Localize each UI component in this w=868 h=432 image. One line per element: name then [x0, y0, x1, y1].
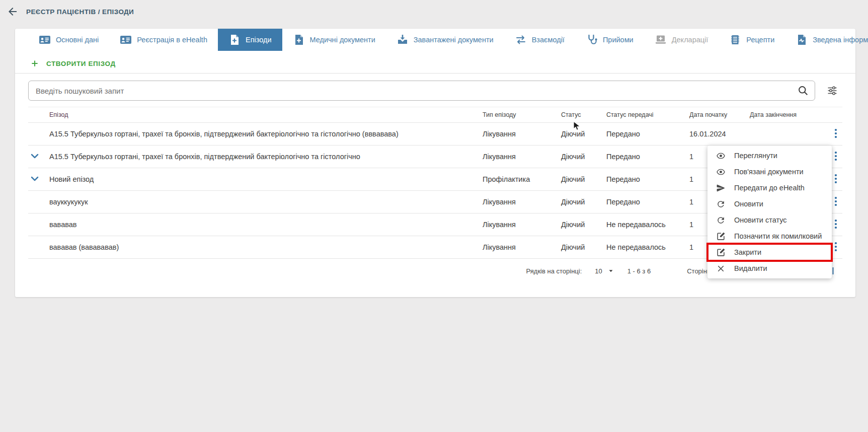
column-header-2[interactable]: Статус [561, 111, 606, 118]
search-input[interactable] [28, 81, 815, 101]
tab-7[interactable]: Декларації [644, 29, 719, 51]
context-menu-item-0[interactable]: Переглянути [707, 148, 832, 164]
tab-6[interactable]: Прийоми [575, 29, 644, 51]
episode-cell: вауккукукук [49, 198, 483, 206]
tab-0[interactable]: Основні дані [28, 29, 109, 51]
menu-item-label: Переглянути [734, 152, 777, 160]
context-menu-item-3[interactable]: Оновити [707, 196, 832, 212]
tab-3[interactable]: Медичні документи [282, 29, 386, 51]
context-menu-item-1[interactable]: Пов'язані документи [707, 164, 832, 180]
edit-icon [716, 232, 726, 241]
breadcrumb: РЕЄСТР ПАЦІЄНТІВ / ЕПІЗОДИ [26, 8, 134, 16]
status-cell: Діючий [561, 130, 606, 138]
id-card-icon [120, 34, 132, 46]
stethoscope-icon [586, 34, 598, 46]
column-header-1[interactable]: Тип епізоду [483, 111, 561, 118]
context-menu-item-4[interactable]: Оновити статус [707, 212, 832, 228]
column-header-5[interactable]: Дата закінчення [750, 111, 824, 118]
menu-item-label: Оновити статус [734, 216, 787, 224]
tab-5[interactable]: Взаємодії [504, 29, 575, 51]
create-episode-button[interactable]: СТВОРИТИ ЕПІЗОД [30, 59, 116, 68]
column-header-3[interactable]: Статус передачі [606, 111, 689, 118]
table-row: A15.5 Туберкульоз гортані, трахеї та бро… [28, 123, 842, 146]
create-episode-label: СТВОРИТИ ЕПІЗОД [46, 60, 116, 67]
document-pulse-icon [796, 34, 808, 46]
column-header-4[interactable]: Дата початку [689, 111, 750, 118]
eye-icon [716, 167, 726, 177]
episode-cell: A15.5 Туберкульоз гортані, трахеї та бро… [49, 130, 483, 138]
episode-cell: вававав [49, 221, 483, 229]
menu-item-label: Пов'язані документи [734, 168, 804, 176]
transfer-status-cell: Передано [606, 198, 689, 206]
transfer-status-cell: Передано [606, 130, 689, 138]
episode-type-cell: Лікування [483, 221, 561, 229]
tab-label: Взаємодії [532, 36, 565, 44]
status-cell: Діючий [561, 175, 606, 183]
search-row [28, 81, 842, 101]
breadcrumb-bar: РЕЄСТР ПАЦІЄНТІВ / ЕПІЗОДИ [6, 4, 134, 19]
transfer-status-cell: Не передавалось [606, 221, 689, 229]
column-header-0[interactable]: Епізод [49, 111, 483, 118]
tab-label: Епізоди [246, 36, 272, 44]
context-menu-item-7[interactable]: Видалити [707, 260, 832, 276]
refresh-icon [716, 215, 726, 225]
rows-per-page-label: Рядків на сторінці: [526, 267, 582, 275]
tab-label: Рецепти [746, 36, 774, 44]
range-label: 1 - 6 з 6 [627, 267, 651, 275]
expand-row-button[interactable] [28, 173, 41, 186]
refresh-icon [716, 199, 726, 209]
transfer-status-cell: Передано [606, 175, 689, 183]
tab-1[interactable]: Реєстрація в eHealth [109, 29, 218, 51]
rows-per-page-select[interactable]: 10 [595, 267, 614, 275]
context-menu-item-6[interactable]: Закрити [707, 244, 832, 260]
expand-row-button[interactable] [28, 150, 41, 163]
episode-type-cell: Профілактика [483, 175, 561, 183]
tab-label: Декларації [672, 36, 708, 44]
divider [15, 73, 855, 74]
tab-label: Зведена інформація [813, 36, 868, 44]
transfer-status-cell: Передано [606, 153, 689, 161]
status-cell: Діючий [561, 221, 606, 229]
transfer-arrows-icon [515, 34, 527, 46]
tab-label: Реєстрація в eHealth [137, 36, 207, 44]
episode-type-cell: Лікування [483, 153, 561, 161]
context-menu-item-5[interactable]: Позначити як помилковий [707, 228, 832, 244]
back-button[interactable] [6, 5, 19, 18]
document-plus-icon [228, 34, 241, 46]
table-header: ЕпізодТип епізодуСтатусСтатус передачіДа… [28, 107, 842, 123]
id-card-icon [39, 34, 51, 46]
search-icon[interactable] [797, 85, 809, 97]
patient-episodes-screen: РЕЄСТР ПАЦІЄНТІВ / ЕПІЗОДИ Основні дані … [0, 0, 868, 432]
download-icon [397, 34, 409, 46]
episode-type-cell: Лікування [483, 130, 561, 138]
chevron-down-icon [29, 150, 41, 162]
menu-item-label: Оновити [734, 200, 763, 208]
kebab-menu-icon [830, 127, 842, 139]
chevron-down-icon [29, 173, 41, 185]
arrow-left-icon [7, 6, 19, 18]
tab-label: Медичні документи [310, 36, 375, 44]
tab-4[interactable]: Завантажені документи [386, 29, 504, 51]
episode-type-cell: Лікування [483, 198, 561, 206]
row-actions-button[interactable] [829, 127, 842, 140]
rows-per-page-value: 10 [595, 267, 602, 275]
close-icon [716, 264, 726, 273]
edit-icon [716, 248, 726, 257]
date-start-cell: 16.01.2024 [689, 130, 750, 138]
context-menu-item-2[interactable]: Передати до eHealth [707, 180, 832, 196]
menu-item-label: Передати до eHealth [734, 184, 805, 192]
laptop-plus-icon [655, 34, 667, 46]
episode-type-cell: Лікування [483, 243, 561, 251]
tab-label: Завантажені документи [414, 36, 494, 44]
caret-down-icon [607, 267, 614, 274]
tab-8[interactable]: Рецепти [719, 29, 785, 51]
episode-cell: Новий епізод [49, 175, 483, 183]
menu-item-label: Закрити [734, 248, 761, 256]
tab-2[interactable]: Епізоди [218, 29, 282, 51]
status-cell: Діючий [561, 243, 606, 251]
sliders-icon [826, 85, 838, 97]
menu-item-label: Видалити [734, 264, 767, 272]
document-plus-icon [293, 34, 305, 46]
filter-button[interactable] [822, 81, 842, 101]
tab-9[interactable]: Зведена інформація [785, 29, 868, 51]
